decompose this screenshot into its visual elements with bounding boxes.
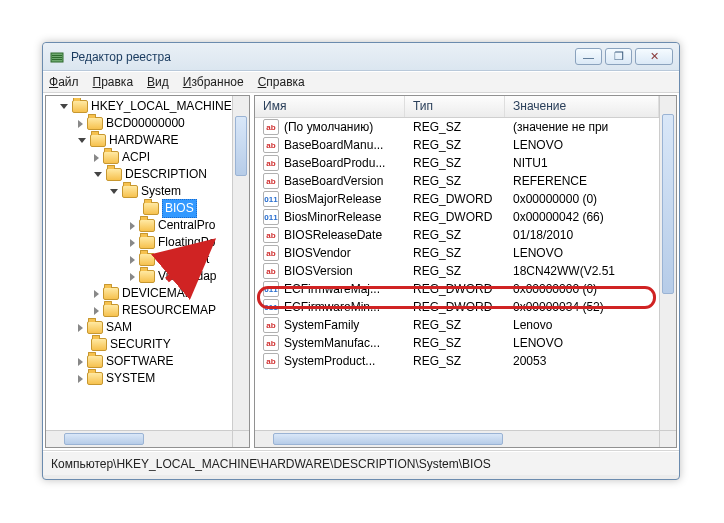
scroll-thumb[interactable] (273, 433, 503, 445)
value-row[interactable]: 011ECFirmwareMin...REG_DWORD0x00000034 (… (255, 298, 659, 316)
value-row[interactable]: ab(По умолчанию)REG_SZ(значение не при (255, 118, 659, 136)
scroll-thumb[interactable] (235, 116, 247, 176)
value-row[interactable]: abSystemManufac...REG_SZLENOVO (255, 334, 659, 352)
menu-view[interactable]: Вид (147, 75, 169, 89)
value-row[interactable]: abBaseBoardVersionREG_SZREFERENCE (255, 172, 659, 190)
tree-root[interactable]: HKEY_LOCAL_MACHINE (50, 98, 232, 115)
value-data: 0x00000000 (0) (505, 192, 659, 206)
string-icon: ab (263, 335, 279, 351)
folder-icon (91, 338, 107, 351)
tree-item[interactable]: VideoAdap (50, 268, 232, 285)
tree-item[interactable]: System (50, 183, 232, 200)
value-data: 18CN42WW(V2.51 (505, 264, 659, 278)
value-row[interactable]: 011BiosMajorReleaseREG_DWORD0x00000000 (… (255, 190, 659, 208)
folder-icon (87, 117, 103, 130)
menu-file[interactable]: Файл (49, 75, 79, 89)
tree-item[interactable]: Multifunct (50, 251, 232, 268)
titlebar[interactable]: Редактор реестра — ❐ ✕ (43, 43, 679, 71)
binary-icon: 011 (263, 191, 279, 207)
value-row[interactable]: 011ECFirmwareMaj...REG_DWORD0x00000000 (… (255, 280, 659, 298)
value-row[interactable]: abSystemFamilyREG_SZLenovo (255, 316, 659, 334)
vscrollbar[interactable] (232, 96, 249, 430)
folder-icon (87, 372, 103, 385)
tree-item[interactable]: BIOS (50, 200, 232, 217)
tree-item[interactable]: SECURITY (50, 336, 232, 353)
expand-icon[interactable] (130, 222, 135, 230)
tree-label: SAM (106, 319, 132, 336)
value-data: (значение не при (505, 120, 659, 134)
tree-item[interactable]: RESOURCEMAP (50, 302, 232, 319)
value-data: 01/18/2010 (505, 228, 659, 242)
string-icon: ab (263, 263, 279, 279)
value-name: BIOSReleaseDate (284, 228, 382, 242)
expand-icon[interactable] (94, 154, 99, 162)
maximize-button[interactable]: ❐ (605, 48, 632, 65)
svg-rect-3 (52, 59, 62, 60)
value-row[interactable]: abBaseBoardProdu...REG_SZNITU1 (255, 154, 659, 172)
menu-fav[interactable]: Избранное (183, 75, 244, 89)
tree-label: CentralPro (158, 217, 215, 234)
tree-item[interactable]: CentralPro (50, 217, 232, 234)
value-row[interactable]: abBIOSReleaseDateREG_SZ01/18/2010 (255, 226, 659, 244)
value-name: BaseBoardManu... (284, 138, 383, 152)
scroll-thumb[interactable] (64, 433, 144, 445)
col-name[interactable]: Имя (255, 96, 405, 117)
folder-icon (90, 134, 106, 147)
tree-label: DESCRIPTION (125, 166, 207, 183)
string-icon: ab (263, 137, 279, 153)
tree-item[interactable]: BCD00000000 (50, 115, 232, 132)
value-data: LENOVO (505, 336, 659, 350)
value-type: REG_SZ (405, 354, 505, 368)
value-type: REG_DWORD (405, 210, 505, 224)
minimize-button[interactable]: — (575, 48, 602, 65)
col-type[interactable]: Тип (405, 96, 505, 117)
tree-item[interactable]: SYSTEM (50, 370, 232, 387)
tree-item[interactable]: SOFTWARE (50, 353, 232, 370)
expand-icon[interactable] (130, 239, 135, 247)
vscrollbar[interactable] (659, 96, 676, 430)
tree-label: SYSTEM (106, 370, 155, 387)
values-list[interactable]: Имя Тип Значение ab(По умолчанию)REG_SZ(… (255, 96, 659, 430)
expand-icon[interactable] (78, 358, 83, 366)
tree-item[interactable]: ACPI (50, 149, 232, 166)
folder-icon (106, 168, 122, 181)
col-value[interactable]: Значение (505, 96, 659, 117)
expand-icon[interactable] (110, 189, 118, 194)
value-row[interactable]: abBIOSVersionREG_SZ18CN42WW(V2.51 (255, 262, 659, 280)
expand-icon[interactable] (78, 120, 83, 128)
registry-tree[interactable]: HKEY_LOCAL_MACHINE BCD00000000HARDWAREAC… (50, 98, 232, 430)
expand-icon[interactable] (78, 138, 86, 143)
folder-icon (103, 304, 119, 317)
menu-help[interactable]: Справка (258, 75, 305, 89)
tree-label: HKEY_LOCAL_MACHINE (91, 98, 232, 115)
folder-icon (87, 321, 103, 334)
string-icon: ab (263, 317, 279, 333)
tree-item[interactable]: DESCRIPTION (50, 166, 232, 183)
value-type: REG_SZ (405, 174, 505, 188)
tree-item[interactable]: DEVICEMAP (50, 285, 232, 302)
expand-icon[interactable] (130, 273, 135, 281)
tree-label: SOFTWARE (106, 353, 174, 370)
value-row[interactable]: abBIOSVendorREG_SZLENOVO (255, 244, 659, 262)
menu-edit[interactable]: Правка (93, 75, 134, 89)
expand-icon[interactable] (94, 307, 99, 315)
value-row[interactable]: abBaseBoardManu...REG_SZLENOVO (255, 136, 659, 154)
tree-item[interactable]: HARDWARE (50, 132, 232, 149)
folder-icon (139, 270, 155, 283)
value-row[interactable]: abSystemProduct...REG_SZ20053 (255, 352, 659, 370)
column-headers[interactable]: Имя Тип Значение (255, 96, 659, 118)
value-name: BIOSVendor (284, 246, 351, 260)
hscrollbar[interactable] (46, 430, 232, 447)
expand-icon[interactable] (60, 104, 68, 109)
close-button[interactable]: ✕ (635, 48, 673, 65)
scroll-thumb[interactable] (662, 114, 674, 294)
expand-icon[interactable] (94, 172, 102, 177)
tree-item[interactable]: SAM (50, 319, 232, 336)
expand-icon[interactable] (130, 256, 135, 264)
hscrollbar[interactable] (255, 430, 659, 447)
value-row[interactable]: 011BiosMinorReleaseREG_DWORD0x00000042 (… (255, 208, 659, 226)
tree-item[interactable]: FloatingPo (50, 234, 232, 251)
expand-icon[interactable] (94, 290, 99, 298)
expand-icon[interactable] (78, 375, 83, 383)
expand-icon[interactable] (78, 324, 83, 332)
